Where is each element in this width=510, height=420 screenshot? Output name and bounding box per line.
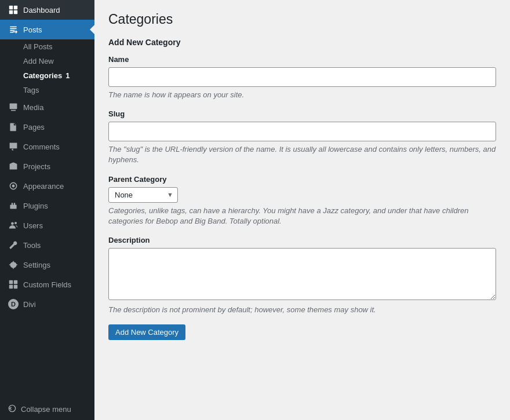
sidebar-item-label: Custom Fields bbox=[23, 280, 71, 289]
sidebar-item-label: Media bbox=[23, 103, 43, 112]
sidebar-item-label: Projects bbox=[23, 162, 50, 171]
add-new-label: Add New bbox=[23, 57, 54, 65]
sidebar-item-comments[interactable]: Comments bbox=[0, 137, 94, 156]
sidebar-item-label: Settings bbox=[23, 261, 50, 269]
sidebar-item-projects[interactable]: Projects bbox=[0, 156, 94, 176]
name-hint: The name is how it appears on your site. bbox=[108, 90, 496, 100]
slug-field-group: Slug The "slug" is the URL-friendly vers… bbox=[108, 109, 496, 165]
sidebar-item-tools[interactable]: Tools bbox=[0, 235, 94, 255]
parent-category-group: Parent Category None ▼ Categories, unlik… bbox=[108, 175, 496, 227]
sidebar-item-label: Plugins bbox=[23, 202, 48, 210]
svg-point-6 bbox=[12, 185, 15, 188]
sidebar-item-label: Dashboard bbox=[23, 6, 60, 14]
svg-rect-2 bbox=[9, 10, 13, 14]
categories-badge: 1 bbox=[65, 71, 70, 80]
tags-label: Tags bbox=[23, 86, 39, 94]
svg-rect-13 bbox=[14, 280, 17, 284]
sidebar-item-label: Divi bbox=[23, 300, 36, 309]
sidebar-subitem-tags[interactable]: Tags bbox=[0, 83, 94, 97]
name-field-group: Name The name is how it appears on your … bbox=[108, 55, 496, 100]
sidebar-item-appearance[interactable]: Appearance bbox=[0, 176, 94, 196]
sidebar-item-label: Posts bbox=[23, 25, 42, 34]
sidebar-item-plugins[interactable]: Plugins bbox=[0, 196, 94, 216]
sidebar-item-label: Pages bbox=[23, 123, 45, 132]
svg-rect-5 bbox=[11, 110, 16, 111]
main-content: Categories Add New Category Name The nam… bbox=[94, 0, 510, 420]
parent-hint: Categories, unlike tags, can have a hier… bbox=[108, 206, 496, 227]
all-posts-label: All Posts bbox=[23, 42, 53, 51]
svg-rect-3 bbox=[14, 10, 17, 14]
sidebar-item-label: Appearance bbox=[23, 182, 64, 191]
sidebar-item-label: Users bbox=[23, 221, 43, 230]
sidebar-subitem-categories[interactable]: Categories 1 bbox=[0, 68, 94, 83]
add-category-section: Add New Category Name The name is how it… bbox=[108, 38, 496, 340]
appearance-icon bbox=[8, 181, 19, 191]
users-icon bbox=[8, 220, 19, 231]
sidebar-item-label: Tools bbox=[23, 241, 41, 250]
sidebar-item-label: Comments bbox=[23, 143, 60, 151]
svg-rect-0 bbox=[9, 6, 13, 9]
dashboard-icon bbox=[8, 5, 19, 15]
svg-rect-1 bbox=[14, 6, 17, 9]
slug-label: Slug bbox=[108, 109, 496, 118]
svg-point-11 bbox=[14, 222, 17, 224]
sidebar-subitem-all-posts[interactable]: All Posts bbox=[0, 39, 94, 54]
svg-rect-8 bbox=[12, 203, 13, 205]
sidebar-item-users[interactable]: Users bbox=[0, 216, 94, 235]
custom-fields-icon bbox=[8, 279, 19, 290]
sidebar-subitem-add-new[interactable]: Add New bbox=[0, 54, 94, 68]
sidebar-item-dashboard[interactable]: Dashboard bbox=[0, 0, 94, 20]
projects-icon bbox=[8, 161, 19, 171]
page-title: Categories bbox=[108, 12, 496, 27]
sidebar-item-media[interactable]: Media bbox=[0, 97, 94, 117]
divi-icon: D bbox=[8, 299, 19, 309]
sidebar-item-divi[interactable]: D Divi bbox=[0, 294, 94, 314]
parent-select-wrap: None ▼ bbox=[108, 187, 178, 203]
parent-label: Parent Category bbox=[108, 175, 496, 184]
parent-select[interactable]: None bbox=[108, 187, 178, 203]
slug-hint: The "slug" is the URL-friendly version o… bbox=[108, 144, 496, 165]
collapse-label: Collapse menu bbox=[21, 405, 71, 414]
tools-icon bbox=[8, 240, 19, 250]
posts-icon bbox=[8, 24, 19, 35]
sidebar: Dashboard Posts All Posts Add New Catego… bbox=[0, 0, 94, 420]
add-category-button[interactable]: Add New Category bbox=[108, 324, 185, 340]
svg-rect-4 bbox=[10, 104, 17, 109]
plugins-icon bbox=[8, 200, 19, 211]
section-title: Add New Category bbox=[108, 38, 496, 47]
collapse-icon bbox=[8, 404, 16, 414]
name-input[interactable] bbox=[108, 67, 496, 87]
svg-rect-9 bbox=[14, 203, 15, 205]
media-icon bbox=[8, 102, 19, 112]
svg-point-10 bbox=[11, 222, 14, 225]
sidebar-item-settings[interactable]: Settings bbox=[0, 255, 94, 275]
svg-rect-12 bbox=[9, 280, 13, 284]
sidebar-item-pages[interactable]: Pages bbox=[0, 117, 94, 137]
svg-rect-7 bbox=[10, 204, 16, 209]
description-field-group: Description The description is not promi… bbox=[108, 236, 496, 315]
svg-rect-14 bbox=[9, 285, 13, 288]
categories-label: Categories bbox=[23, 71, 62, 80]
sidebar-item-custom-fields[interactable]: Custom Fields bbox=[0, 275, 94, 294]
settings-icon bbox=[8, 260, 19, 270]
pages-icon bbox=[8, 122, 19, 132]
description-textarea[interactable] bbox=[108, 248, 496, 300]
sidebar-item-posts[interactable]: Posts bbox=[0, 20, 94, 39]
svg-rect-15 bbox=[14, 285, 17, 288]
comments-icon bbox=[8, 141, 19, 152]
name-label: Name bbox=[108, 55, 496, 64]
description-hint: The description is not prominent by defa… bbox=[108, 305, 496, 315]
collapse-menu-button[interactable]: Collapse menu bbox=[0, 399, 94, 420]
slug-input[interactable] bbox=[108, 122, 496, 141]
description-label: Description bbox=[108, 236, 496, 244]
